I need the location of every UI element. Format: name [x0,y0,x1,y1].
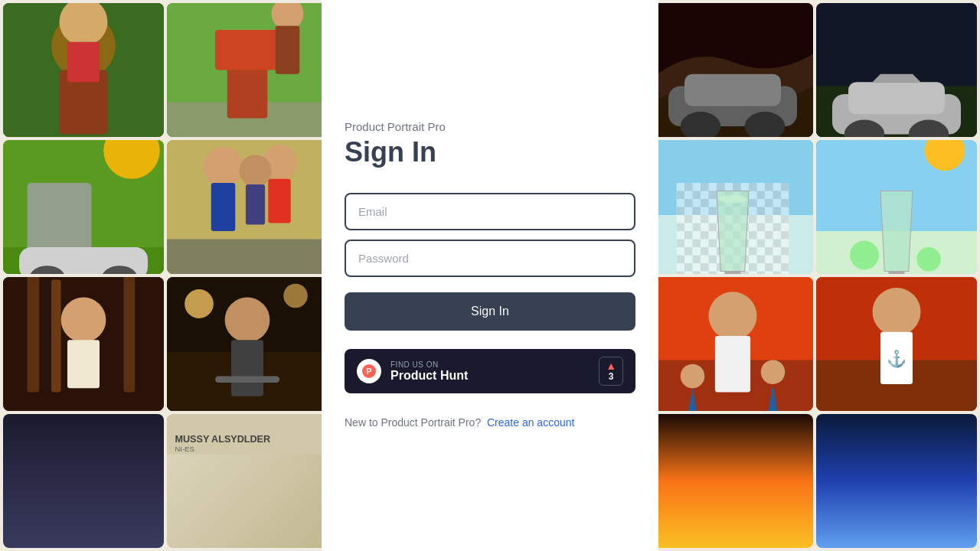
bg-image [3,277,164,411]
svg-rect-9 [227,62,268,119]
ph-upvote-arrow: ▲ [606,360,616,371]
bg-image [652,3,813,137]
product-hunt-logo: P [357,359,381,383]
signin-card: Product Portrait Pro Sign In Sign In P F… [345,90,635,461]
bg-image [167,3,328,137]
bg-image [167,277,328,411]
svg-rect-33 [167,240,328,275]
svg-rect-12 [276,26,300,74]
product-hunt-badge[interactable]: P FIND US ON Product Hunt ▲ 3 [345,349,635,393]
svg-rect-35 [211,183,236,231]
ph-upvote-button[interactable]: ▲ 3 [599,357,623,386]
svg-point-63 [185,289,214,318]
svg-point-73 [761,360,786,385]
svg-rect-57 [51,280,61,393]
bg-image [652,414,813,548]
svg-point-34 [203,147,243,187]
svg-point-54 [916,247,941,272]
signin-button[interactable]: Sign In [345,292,635,331]
svg-point-59 [61,298,106,343]
svg-rect-24 [848,82,945,114]
svg-rect-58 [124,277,136,393]
svg-point-72 [681,364,705,389]
svg-rect-66 [231,340,263,396]
svg-rect-18 [684,74,781,106]
bg-image [816,140,977,274]
svg-rect-71 [715,336,750,393]
svg-rect-52 [889,272,905,275]
ph-logo-inner: P [362,364,376,378]
svg-text:MUSSY ALSYDLDER: MUSSY ALSYDLDER [175,434,271,445]
bg-image: ⚓ [816,277,977,411]
svg-rect-10 [215,30,279,70]
svg-rect-37 [268,179,290,223]
bg-image [816,3,977,137]
bg-image [3,140,164,274]
svg-rect-4 [67,42,100,83]
email-input[interactable] [345,193,635,230]
bg-image [167,140,328,274]
svg-rect-47 [725,272,741,275]
bg-image [652,277,813,411]
app-name-label: Product Portrait Pro [345,120,635,133]
svg-point-76 [873,288,921,336]
ph-product-hunt-label: Product Hunt [390,369,599,383]
ph-upvote-count: 3 [609,371,614,382]
signin-title: Sign In [345,136,635,168]
ph-find-us-label: FIND US ON [390,360,599,369]
bg-image [816,414,977,548]
svg-rect-39 [246,184,265,225]
svg-point-38 [240,155,272,187]
password-input[interactable] [345,240,635,277]
bg-image [3,3,164,137]
svg-point-48 [718,195,747,204]
bg-image: MUSSY ALSYDLDER NI-ES [167,414,328,548]
svg-rect-56 [28,277,40,393]
svg-text:⚓: ⚓ [887,349,907,369]
svg-point-53 [850,241,879,270]
svg-point-70 [709,292,757,340]
ph-text: FIND US ON Product Hunt [390,360,599,383]
svg-point-64 [283,284,308,308]
svg-text:NI-ES: NI-ES [175,445,194,453]
svg-rect-60 [67,340,100,388]
svg-point-65 [225,298,270,343]
create-account-link[interactable]: Create an account [487,416,574,429]
svg-rect-67 [215,377,279,383]
create-account-text: New to Product Portrait Pro? Create an a… [345,415,635,431]
bg-image [652,140,813,274]
bg-image [3,414,164,548]
